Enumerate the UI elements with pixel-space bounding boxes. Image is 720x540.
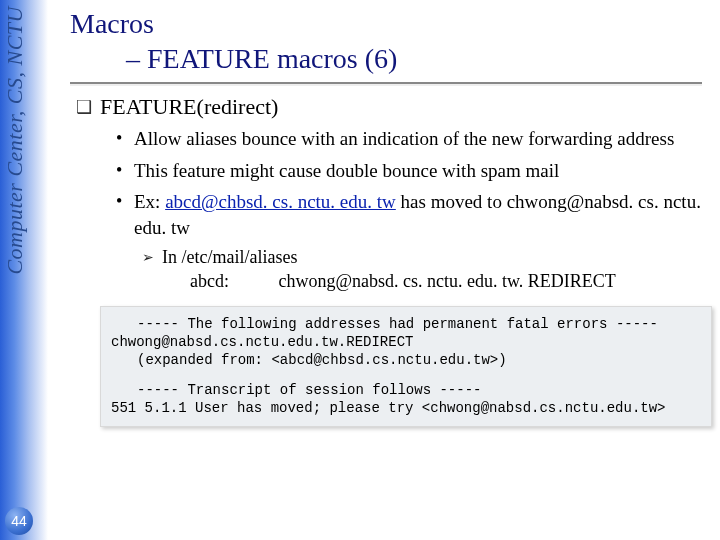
sub2-item-1: In /etc/mail/aliases [144,247,702,268]
code-gap [111,369,701,381]
content-area: Macros – FEATURE macros (6) FEATURE(redi… [70,6,702,427]
title-line-1: Macros [70,6,702,41]
alias-row: abcd: chwong@nabsd. cs. nctu. edu. tw. R… [190,271,702,292]
code-line-5: 551 5.1.1 User has moved; please try <ch… [111,400,666,416]
alias-value: chwong@nabsd. cs. nctu. edu. tw. REDIREC… [279,271,616,291]
sub-bullet-list: Allow aliases bounce with an indication … [116,126,702,292]
sub3-prefix: Ex: [134,191,165,212]
email-link[interactable]: abcd@chbsd. cs. nctu. edu. tw [165,191,396,212]
sidebar-text: Computer Center, CS, NCTU [2,6,28,275]
title-divider [70,82,702,84]
code-line-1: ----- The following addresses had perman… [111,315,701,333]
slide: Computer Center, CS, NCTU 44 Macros – FE… [0,0,720,540]
sub-bullet-3: Ex: abcd@chbsd. cs. nctu. edu. tw has mo… [116,189,702,240]
bullet-feature-redirect: FEATURE(redirect) [76,94,702,120]
sidebar-gradient: Computer Center, CS, NCTU [0,0,48,540]
page-number-badge: 44 [5,507,33,535]
sub2-list: In /etc/mail/aliases abcd: chwong@nabsd.… [144,247,702,292]
sub-bullet-1: Allow aliases bounce with an indication … [116,126,702,152]
code-line-3: (expanded from: <abcd@chbsd.cs.nctu.edu.… [111,351,701,369]
slide-title: Macros – FEATURE macros (6) [70,6,702,76]
alias-key: abcd: [190,271,274,292]
sub-bullet-2: This feature might cause double bounce w… [116,158,702,184]
title-line-2: – FEATURE macros (6) [126,41,702,76]
code-block: ----- The following addresses had perman… [100,306,712,427]
code-line-2: chwong@nabsd.cs.nctu.edu.tw.REDIRECT [111,334,413,350]
code-line-4: ----- Transcript of session follows ----… [111,381,701,399]
